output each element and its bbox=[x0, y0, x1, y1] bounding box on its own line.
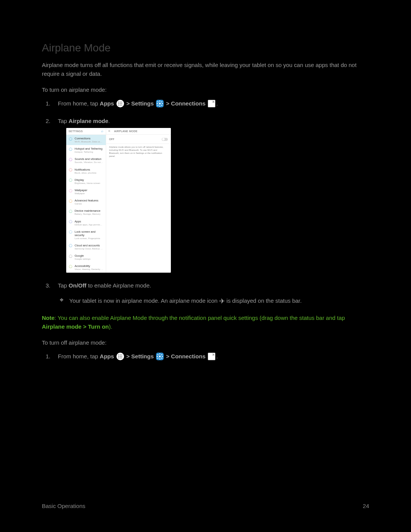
settings-screenshot: SETTINGS ⌕ ◯ConnectionsWi-Fi, Bluetooth,… bbox=[66, 128, 171, 273]
step-text: . bbox=[108, 118, 110, 124]
sep: > bbox=[166, 100, 171, 107]
shot-list-item: ◯DisplayBrightness, Home screen bbox=[66, 176, 106, 187]
apps-label: Apps bbox=[100, 100, 114, 107]
shot-item-icon: ◯ bbox=[68, 189, 72, 193]
shot-item-subtitle: Brightness, Home screen bbox=[75, 182, 104, 185]
shot-left-header: SETTINGS ⌕ bbox=[66, 128, 106, 135]
shot-item-title: Advanced features bbox=[75, 199, 104, 202]
connections-label: Connections bbox=[171, 353, 206, 359]
shot-item-subtitle: Vision, Hearing, Dexterity and interacti… bbox=[75, 268, 104, 271]
note: Note: You can also enable Airplane Mode … bbox=[42, 314, 369, 331]
shot-item-subtitle: Sounds, Vibration, Do not disturb bbox=[75, 161, 104, 164]
shot-item-title: Device maintenance bbox=[75, 209, 104, 212]
note-label: Note bbox=[42, 315, 54, 321]
svg-rect-1 bbox=[159, 101, 160, 102]
step-off-1: From home, tap Apps > Settings > Connect… bbox=[58, 352, 369, 361]
airplane-icon: ✈ bbox=[219, 298, 225, 305]
step-text: Tap bbox=[58, 118, 68, 124]
shot-item-icon: ◯ bbox=[68, 220, 72, 224]
connections-label: Connections bbox=[171, 100, 206, 107]
apps-icon bbox=[116, 100, 124, 107]
shot-item-icon: ◯ bbox=[68, 254, 72, 258]
shot-list-item: ◯WallpaperWallpaper bbox=[66, 187, 106, 197]
shot-item-title: Lock screen and security bbox=[75, 230, 104, 237]
svg-rect-11 bbox=[159, 358, 160, 359]
shot-list-item: ◯Cloud and accountsSamsung Cloud, Backup… bbox=[66, 242, 106, 252]
svg-rect-3 bbox=[157, 103, 158, 104]
svg-rect-17 bbox=[157, 358, 159, 359]
search-icon: ⌕ bbox=[101, 128, 103, 134]
svg-rect-16 bbox=[161, 354, 162, 356]
result-text: Your tablet is now in airplane mode. An … bbox=[69, 297, 219, 304]
intro-text: Airplane mode turns off all functions th… bbox=[42, 61, 369, 78]
step-3: Tap On/Off to enable Airplane mode. Your… bbox=[58, 281, 369, 305]
sep: > bbox=[126, 100, 131, 107]
steps-on: From home, tap Apps > Settings > Connect… bbox=[42, 99, 369, 305]
page-footer: Basic Operations 24 bbox=[42, 503, 369, 509]
step-text: Tap bbox=[58, 282, 68, 289]
shot-item-title: Accessibility bbox=[75, 264, 104, 268]
svg-rect-14 bbox=[157, 354, 159, 356]
shot-item-title: Google bbox=[75, 254, 104, 257]
connections-icon bbox=[208, 353, 215, 360]
step-text: to enable Airplane mode. bbox=[86, 282, 151, 289]
svg-rect-7 bbox=[161, 101, 162, 103]
connections-icon bbox=[208, 100, 215, 107]
shot-list-item: ◯AppsDefault apps, App permissions bbox=[66, 218, 106, 228]
svg-rect-13 bbox=[162, 356, 163, 357]
shot-item-subtitle: Block, allow, prioritize bbox=[75, 172, 104, 174]
turn-off-heading: To turn off airplane mode: bbox=[42, 339, 369, 346]
svg-rect-12 bbox=[157, 356, 158, 357]
shot-item-title: Apps bbox=[75, 220, 104, 223]
shot-list-item: ◯NotificationsBlock, allow, prioritize bbox=[66, 166, 106, 176]
shot-item-title: Connections bbox=[75, 137, 104, 140]
shot-list-item: ◯ConnectionsWi-Fi, Bluetooth, Data usage… bbox=[66, 135, 106, 145]
result-text: is displayed on the status bar. bbox=[225, 297, 302, 304]
shot-item-title: Wallpaper bbox=[75, 189, 104, 192]
onoff-label: On/Off bbox=[68, 282, 86, 289]
shot-off-label: OFF bbox=[109, 137, 115, 141]
shot-item-icon: ◯ bbox=[68, 209, 72, 213]
shot-item-icon: ◯ bbox=[68, 199, 72, 203]
shot-item-subtitle: Samsung Cloud, Backup and restore bbox=[75, 248, 104, 250]
shot-item-title: Display bbox=[75, 178, 104, 182]
steps-off: From home, tap Apps > Settings > Connect… bbox=[42, 352, 369, 361]
svg-rect-15 bbox=[161, 358, 162, 359]
footer-page-number: 24 bbox=[363, 503, 369, 509]
shot-right-header: < AIRPLANE MODE bbox=[106, 128, 171, 135]
svg-rect-6 bbox=[161, 105, 162, 106]
note-text: ). bbox=[109, 323, 112, 330]
shot-list-item: ◯Advanced featuresGames bbox=[66, 197, 106, 207]
svg-rect-10 bbox=[159, 353, 160, 355]
svg-rect-4 bbox=[162, 103, 163, 104]
step-text: From home, tap bbox=[58, 353, 100, 359]
svg-rect-2 bbox=[159, 105, 160, 107]
svg-rect-8 bbox=[157, 105, 159, 106]
shot-item-icon: ◯ bbox=[68, 179, 72, 182]
shot-item-subtitle: Google settings bbox=[75, 258, 104, 260]
shot-item-subtitle: Hotspot, Tethering bbox=[75, 151, 104, 153]
step-text: . bbox=[216, 353, 218, 359]
shot-list-item: ◯AccessibilityVision, Hearing, Dexterity… bbox=[66, 262, 106, 273]
shot-item-subtitle: Battery, Storage, Memory bbox=[75, 213, 104, 216]
shot-item-icon: ◯ bbox=[68, 265, 72, 268]
shot-item-title: Sounds and vibration bbox=[75, 157, 104, 161]
shot-item-title: Cloud and accounts bbox=[75, 244, 104, 247]
shot-off-row: OFF bbox=[106, 135, 171, 144]
page-title: Airplane Mode bbox=[42, 42, 369, 54]
settings-label: Settings bbox=[131, 100, 154, 107]
shot-item-title: Hotspot and Tethering bbox=[75, 147, 104, 150]
svg-rect-5 bbox=[157, 101, 159, 103]
shot-left-pane: SETTINGS ⌕ ◯ConnectionsWi-Fi, Bluetooth,… bbox=[66, 128, 106, 273]
step-text: . bbox=[216, 100, 218, 107]
settings-icon bbox=[156, 100, 164, 107]
shot-list-item: ◯Hotspot and TetheringHotspot, Tethering bbox=[66, 145, 106, 155]
shot-item-icon: ◯ bbox=[68, 230, 72, 234]
shot-item-subtitle: Lock screen, Fingerprints bbox=[75, 237, 104, 240]
airplane-mode-label: Airplane mode bbox=[68, 118, 108, 124]
shot-item-subtitle: Wallpaper bbox=[75, 192, 104, 195]
shot-list-item: ◯Sounds and vibrationSounds, Vibration, … bbox=[66, 155, 106, 166]
note-bold: Airplane mode > Turn on bbox=[42, 323, 109, 330]
shot-item-subtitle: Default apps, App permissions bbox=[75, 224, 104, 226]
shot-item-subtitle: Games bbox=[75, 203, 104, 205]
